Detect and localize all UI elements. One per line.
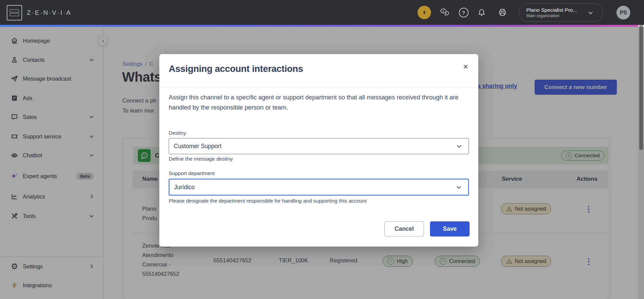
notifications-button[interactable] <box>475 6 488 19</box>
organization-selector[interactable]: Plano Specialist Pro... Main organizatio… <box>519 3 603 22</box>
destiny-select[interactable]: Customer Support <box>169 138 469 154</box>
printer-icon <box>498 8 507 17</box>
chevron-down-icon <box>455 183 463 191</box>
organization-texts: Plano Specialist Pro... Main organizatio… <box>526 7 585 18</box>
cancel-button[interactable]: Cancel <box>384 221 424 237</box>
department-select[interactable]: Jurídico <box>169 179 469 196</box>
destiny-select-value: Customer Support <box>174 143 221 150</box>
zenvia-logo[interactable]: Z·E·N·V·I·A <box>7 5 71 20</box>
organization-subtitle: Main organization <box>526 13 585 18</box>
svg-text:?: ? <box>442 10 444 13</box>
close-icon[interactable]: × <box>463 62 468 71</box>
destiny-label: Destiny <box>169 130 186 136</box>
print-button[interactable] <box>496 6 509 19</box>
chat-question-icon: ? <box>440 8 450 17</box>
zenvia-logo-text: Z·E·N·V·I·A <box>27 9 71 16</box>
zenvia-logo-icon <box>7 5 22 20</box>
organization-name: Plano Specialist Pro... <box>526 7 585 13</box>
department-select-value: Jurídico <box>174 184 195 191</box>
feedback-button[interactable]: ? <box>438 6 451 19</box>
department-helper: Please designate the department responsi… <box>169 198 367 204</box>
modal-description: Assign this channel to a specific agent … <box>169 92 471 113</box>
top-navbar: Z·E·N·V·I·A ? ? Plano Specialist Pro... <box>0 0 644 25</box>
boost-button[interactable] <box>418 6 431 19</box>
chevron-down-icon <box>455 142 463 150</box>
department-label: Support department <box>169 170 215 176</box>
help-icon: ? <box>459 8 469 17</box>
user-avatar[interactable]: PS <box>616 6 630 19</box>
modal-title: Assigning account interactions <box>169 63 303 74</box>
bell-icon <box>477 8 486 17</box>
help-button[interactable]: ? <box>457 6 470 19</box>
destiny-helper: Define the message destiny <box>169 156 233 162</box>
chevron-down-icon <box>587 9 594 16</box>
modal-header-divider <box>159 87 478 88</box>
save-button[interactable]: Save <box>430 221 470 237</box>
assign-interactions-modal: Assigning account interactions × Assign … <box>159 54 478 247</box>
lightning-icon <box>421 9 428 16</box>
